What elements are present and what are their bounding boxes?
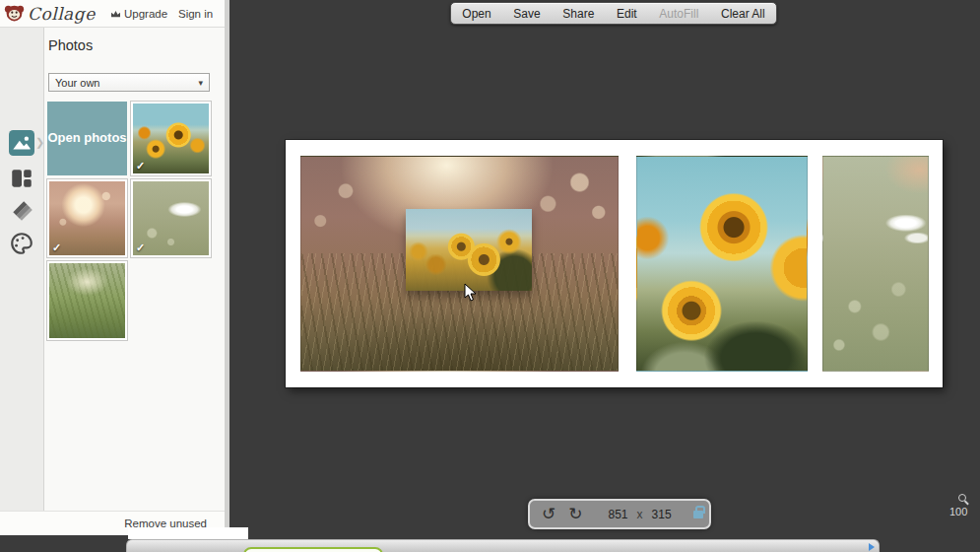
signin-label: Sign in <box>178 8 213 20</box>
thumbnail-grid: Open photos ✓ ✓ ✓ <box>47 102 211 340</box>
zoom-indicator: 100 <box>947 493 980 524</box>
sidebar-tab-palette[interactable] <box>9 231 34 256</box>
open-photos-button[interactable]: Open photos <box>47 102 127 175</box>
rotate-ccw-icon[interactable]: ↺ <box>542 506 555 522</box>
sidebar-header: Collage Upgrade Sign in <box>0 0 225 28</box>
ad-button[interactable] <box>243 547 383 552</box>
thumbnail-sunflowers[interactable]: ✓ <box>131 102 211 175</box>
autofill-button: AutoFill <box>653 7 704 21</box>
collage-app: Collage Upgrade Sign in ❯ <box>0 0 980 552</box>
active-panel-chevron-icon: ❯ <box>35 136 44 149</box>
collage-cell-wildflower[interactable] <box>822 156 929 372</box>
photo-source-value: Your own <box>55 77 99 89</box>
thumbnail-sunset-field[interactable]: ✓ <box>47 179 127 257</box>
ad-fragment <box>128 527 248 539</box>
dragged-sunflower-photo[interactable] <box>406 209 532 291</box>
canvas-height-field[interactable]: 315 <box>652 508 672 521</box>
sidebar-tab-photos[interactable] <box>9 130 34 156</box>
monkey-logo-icon <box>4 3 25 24</box>
clear-all-button[interactable]: Clear All <box>715 7 771 21</box>
layouts-icon <box>9 166 34 191</box>
logo-wordmark: Collage <box>28 4 96 24</box>
rotate-cw-icon[interactable]: ↻ <box>568 506 582 522</box>
aspect-lock-icon[interactable] <box>693 511 703 518</box>
open-button[interactable]: Open <box>456 7 496 21</box>
app-logo[interactable]: Collage <box>4 3 96 24</box>
collage-cell-sunflowers[interactable] <box>636 156 808 372</box>
share-button[interactable]: Share <box>556 7 600 21</box>
sidebar-divider <box>225 0 229 535</box>
sidebar-tab-layouts[interactable] <box>9 166 34 191</box>
zoom-icon[interactable] <box>958 494 966 502</box>
canvas-size-bar: ↺ ↻ 851 x 315 <box>528 499 711 529</box>
photos-panel: Photos Your own ▾ Open photos ✓ ✓ ✓ <box>44 28 225 511</box>
main-toolbar: Open Save Share Edit AutoFill Clear All <box>450 2 777 25</box>
swatches-icon <box>9 197 34 223</box>
panel-title: Photos <box>48 37 93 53</box>
zoom-level-value: 100 <box>949 506 967 518</box>
photo-source-dropdown[interactable]: Your own ▾ <box>48 73 210 92</box>
thumbnail-wildflower[interactable]: ✓ <box>131 179 211 257</box>
thumbnail-green-grass[interactable] <box>47 261 127 340</box>
check-icon: ✓ <box>136 242 145 254</box>
adchoices-icon[interactable] <box>869 543 875 551</box>
ad-banner <box>126 539 880 552</box>
tool-strip: ❯ <box>0 28 44 535</box>
save-button[interactable]: Save <box>507 7 546 21</box>
palette-icon <box>9 231 34 256</box>
crown-icon <box>110 10 121 19</box>
dimension-separator: x <box>637 508 643 521</box>
photos-icon <box>9 130 34 156</box>
collage-canvas[interactable] <box>286 140 943 387</box>
upgrade-label: Upgrade <box>124 8 167 20</box>
signin-button[interactable]: Sign in <box>178 0 213 28</box>
check-icon: ✓ <box>136 160 145 172</box>
check-icon: ✓ <box>52 242 61 254</box>
sidebar-tab-swatches[interactable] <box>9 197 34 223</box>
edit-button[interactable]: Edit <box>611 7 643 21</box>
upgrade-button[interactable]: Upgrade <box>110 0 167 28</box>
canvas-width-field[interactable]: 851 <box>609 508 628 521</box>
dropdown-caret-icon: ▾ <box>198 78 203 88</box>
